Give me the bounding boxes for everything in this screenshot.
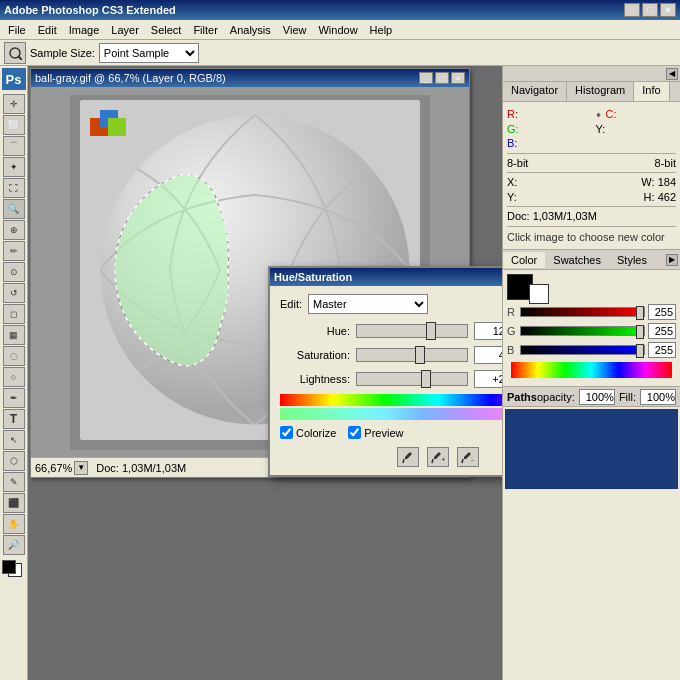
x-coord-group: X: xyxy=(507,176,517,188)
saturation-slider-track[interactable] xyxy=(356,348,468,362)
tool-picker-icon[interactable] xyxy=(4,42,26,64)
tool-hand[interactable]: ✋ xyxy=(3,514,25,534)
fill-label: Fill: xyxy=(619,391,636,403)
c-label: C: xyxy=(606,108,617,120)
tool-lasso[interactable]: ⌒ xyxy=(3,136,25,156)
coordinate-row: X: W: 184 xyxy=(507,176,676,188)
saturation-slider-thumb[interactable] xyxy=(415,346,425,364)
tab-histogram[interactable]: Histogram xyxy=(567,82,634,101)
panels-expand-btn[interactable]: ◀ xyxy=(666,68,678,80)
tab-swatches[interactable]: Swatches xyxy=(545,252,609,268)
tool-eraser[interactable]: ◻ xyxy=(3,304,25,324)
hue-value-input[interactable] xyxy=(474,322,502,340)
tool-history-brush[interactable]: ↺ xyxy=(3,283,25,303)
b-slider-row: B xyxy=(507,342,676,358)
color-panel-menu[interactable]: ▶ xyxy=(666,254,678,266)
hue-edit-select[interactable]: Master xyxy=(308,294,428,314)
color-sliders: R G B xyxy=(503,270,680,386)
tool-pen[interactable]: ✒ xyxy=(3,388,25,408)
tool-brush[interactable]: ✏ xyxy=(3,241,25,261)
tool-gradient[interactable]: ▦ xyxy=(3,325,25,345)
sample-size-label: Sample Size: xyxy=(30,47,95,59)
menu-image[interactable]: Image xyxy=(63,22,106,38)
opacity-label: opacity: xyxy=(537,391,575,403)
close-button[interactable]: × xyxy=(660,3,676,17)
tool-type[interactable]: T xyxy=(3,409,25,429)
tool-spot-heal[interactable]: ⊕ xyxy=(3,220,25,240)
b-slider-input[interactable] xyxy=(648,342,676,358)
sample-size-select[interactable]: Point Sample xyxy=(99,43,199,63)
svg-rect-9 xyxy=(108,118,126,136)
eyedropper-icon[interactable] xyxy=(397,447,419,467)
g-slider-thumb[interactable] xyxy=(636,325,644,339)
tab-navigator[interactable]: Navigator xyxy=(503,82,567,101)
menu-help[interactable]: Help xyxy=(364,22,399,38)
b-slider-thumb[interactable] xyxy=(636,344,644,358)
tool-zoom[interactable]: 🔎 xyxy=(3,535,25,555)
eyedropper-plus-icon[interactable]: + xyxy=(427,447,449,467)
tool-select-rect[interactable]: ⬜ xyxy=(3,115,25,135)
menu-file[interactable]: File xyxy=(2,22,32,38)
app-title: Adobe Photoshop CS3 Extended xyxy=(4,4,176,16)
menu-layer[interactable]: Layer xyxy=(105,22,145,38)
tool-shape[interactable]: ⬡ xyxy=(3,451,25,471)
hue-slider-track[interactable] xyxy=(356,324,468,338)
menu-analysis[interactable]: Analysis xyxy=(224,22,277,38)
doc-minimize[interactable]: _ xyxy=(419,72,433,84)
tool-dodge[interactable]: ○ xyxy=(3,367,25,387)
tab-info[interactable]: Info xyxy=(634,82,669,101)
info-empty-row xyxy=(596,137,677,149)
preview-checkbox[interactable] xyxy=(348,426,361,439)
lightness-value-input[interactable] xyxy=(474,370,502,388)
tool-crop[interactable]: ⛶ xyxy=(3,178,25,198)
r-slider-track[interactable] xyxy=(520,307,645,317)
maximize-button[interactable]: □ xyxy=(642,3,658,17)
bg-color-box[interactable] xyxy=(529,284,549,304)
doc-status-info: Doc: 1,03M/1,03M xyxy=(96,462,186,474)
doc-close[interactable]: × xyxy=(451,72,465,84)
opacity-input[interactable] xyxy=(579,389,615,405)
zoom-display: 66,67% ▼ xyxy=(35,461,88,475)
color-gradient-bar[interactable] xyxy=(511,362,672,378)
menu-view[interactable]: View xyxy=(277,22,313,38)
minimize-button[interactable]: _ xyxy=(624,3,640,17)
tool-magic-wand[interactable]: ✦ xyxy=(3,157,25,177)
zoom-arrow[interactable]: ▼ xyxy=(74,461,88,475)
tool-path-select[interactable]: ↖ xyxy=(3,430,25,450)
menu-edit[interactable]: Edit xyxy=(32,22,63,38)
menu-select[interactable]: Select xyxy=(145,22,188,38)
fill-input[interactable] xyxy=(640,389,676,405)
info-y-row: Y: xyxy=(596,123,677,135)
hue-icons-row: + - xyxy=(280,447,502,467)
saturation-value-input[interactable] xyxy=(474,346,502,364)
paths-tab[interactable]: Paths xyxy=(507,391,537,403)
g-slider-input[interactable] xyxy=(648,323,676,339)
eyedropper-minus-icon[interactable]: - xyxy=(457,447,479,467)
menu-window[interactable]: Window xyxy=(312,22,363,38)
paths-panel: Paths opacity: Fill: xyxy=(503,386,680,680)
g-slider-track[interactable] xyxy=(520,326,645,336)
tool-clone[interactable]: ⊙ xyxy=(3,262,25,282)
fg-bg-colors[interactable] xyxy=(2,560,26,582)
tool-notes[interactable]: ✎ xyxy=(3,472,25,492)
tab-color[interactable]: Color xyxy=(503,252,545,268)
zoom-value: 66,67% xyxy=(35,462,72,474)
r-slider-input[interactable] xyxy=(648,304,676,320)
lightness-slider-thumb[interactable] xyxy=(421,370,431,388)
tab-styles[interactable]: Styles xyxy=(609,252,655,268)
hue-slider-thumb[interactable] xyxy=(426,322,436,340)
menu-bar: File Edit Image Layer Select Filter Anal… xyxy=(0,20,680,40)
lightness-slider-track[interactable] xyxy=(356,372,468,386)
panel-collapse-bar: ◀ xyxy=(503,66,680,82)
h-group: H: 462 xyxy=(644,191,676,203)
tool-blur[interactable]: ◌ xyxy=(3,346,25,366)
tool-eyedropper[interactable]: 🔍 xyxy=(3,199,25,219)
doc-maximize[interactable]: □ xyxy=(435,72,449,84)
fg-color-swatch[interactable] xyxy=(2,560,16,574)
b-slider-track[interactable] xyxy=(520,345,645,355)
tool-move[interactable]: ✛ xyxy=(3,94,25,114)
tool-3d[interactable]: ⬛ xyxy=(3,493,25,513)
menu-filter[interactable]: Filter xyxy=(187,22,223,38)
colorize-checkbox[interactable] xyxy=(280,426,293,439)
r-slider-thumb[interactable] xyxy=(636,306,644,320)
